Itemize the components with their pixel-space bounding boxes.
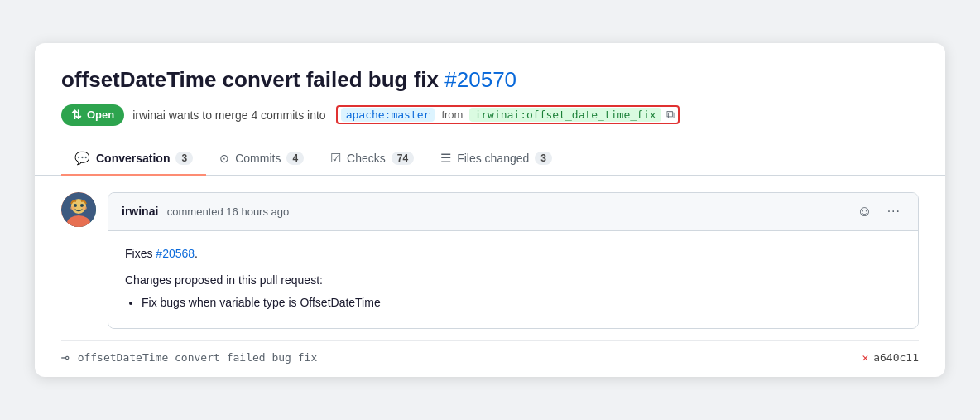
svg-point-5 [70,206,75,210]
pr-title-text: offsetDateTime convert failed bug fix [61,67,439,92]
tab-commits[interactable]: ⊙ Commits 4 [206,142,317,176]
comment-box: irwinai commented 16 hours ago ☺ ··· Fix… [108,192,919,329]
commit-message: offsetDateTime convert failed bug fix [78,351,318,364]
head-branch: irwinai:offset_date_time_fix [469,108,661,122]
comment-bullets: Fix bugs when variable type is OffsetDat… [142,293,901,313]
svg-point-6 [82,206,87,210]
tab-conversation-count: 3 [175,152,193,165]
base-branch: apache:master [341,108,435,122]
avatar-image [61,192,96,227]
pr-meta-row: ⇅ Open irwinai wants to merge 4 commits … [61,104,919,126]
commit-left: ⊸ offsetDateTime convert failed bug fix [61,350,317,365]
from-text: from [441,109,463,121]
pr-number: #20570 [444,67,516,92]
tab-checks-label: Checks [347,152,386,165]
comment-body: Fixes #20568. Changes proposed in this p… [108,231,918,328]
tab-conversation[interactable]: 💬 Conversation 3 [61,142,206,176]
issue-link[interactable]: #20568 [156,247,195,260]
avatar [61,192,96,227]
checks-icon: ☑ [330,151,341,166]
files-icon: ☰ [440,151,451,166]
merge-text: irwinai wants to merge 4 commits into [132,109,325,122]
branch-highlight-box: apache:master from irwinai:offset_date_t… [336,105,680,124]
tab-conversation-label: Conversation [96,152,170,165]
pr-title: offsetDateTime convert failed bug fix #2… [61,66,919,94]
comment-bullet-1: Fix bugs when variable type is OffsetDat… [142,293,901,313]
emoji-button[interactable]: ☺ [853,201,876,222]
tab-checks-count: 74 [392,152,414,165]
tab-files-changed[interactable]: ☰ Files changed 3 [427,142,565,176]
commits-icon: ⊙ [219,152,229,165]
comment-action-time: commented 16 hours ago [167,205,289,218]
copy-icon[interactable]: ⧉ [666,108,675,122]
tab-checks[interactable]: ☑ Checks 74 [317,142,427,176]
x-icon: ✕ [862,351,868,364]
open-label: Open [87,109,114,121]
conversation-icon: 💬 [74,151,90,166]
comment-header: irwinai commented 16 hours ago ☺ ··· [108,193,918,231]
more-options-button[interactable]: ··· [883,202,905,220]
tab-files-count: 3 [535,152,552,165]
comment-actions: ☺ ··· [853,201,905,222]
comment-author-row: irwinai commented 16 hours ago [122,204,289,219]
open-icon: ⇅ [71,108,82,123]
commit-right: ✕ a640c11 [862,351,919,364]
comment-line2: Changes proposed in this pull request: [125,271,901,291]
comment-author: irwinai [122,205,158,218]
tabs-bar: 💬 Conversation 3 ⊙ Commits 4 ☑ Checks 74… [35,142,945,176]
commit-row: ⊸ offsetDateTime convert failed bug fix … [61,340,919,377]
commit-graph-icon: ⊸ [61,350,70,365]
tab-commits-label: Commits [235,152,281,165]
commit-hash: a640c11 [873,351,919,364]
pr-card: offsetDateTime convert failed bug fix #2… [35,43,945,377]
comment-line1: Fixes #20568. [125,244,901,264]
comment-section: irwinai commented 16 hours ago ☺ ··· Fix… [61,176,919,329]
tab-commits-count: 4 [286,152,304,165]
tab-files-label: Files changed [457,152,529,165]
open-badge: ⇅ Open [61,104,124,126]
